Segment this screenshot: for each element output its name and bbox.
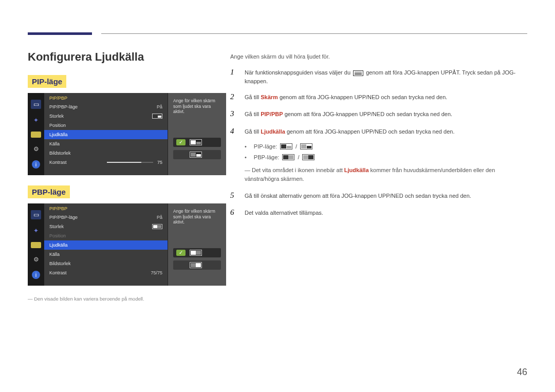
menu-row-mode: PIP/PBP-läge På <box>44 213 168 222</box>
pip-option-sub-icon <box>190 152 202 158</box>
pbp-option-right-icon <box>190 262 202 268</box>
step-number: 5 <box>230 190 237 201</box>
text-frag: Gå till <box>245 128 261 135</box>
text-frag: Gå till <box>245 94 261 100</box>
step-2: 2 Gå till Skärm genom att föra JOG-knapp… <box>230 91 527 103</box>
step-4: 4 Gå till Ljudkälla genom att föra JOG-k… <box>230 125 527 137</box>
text-frag: genom att föra JOG-knappen UPP/NED och s… <box>283 111 453 117</box>
menu-label: Kontrast <box>49 160 67 165</box>
pbp-option-left-icon <box>190 250 202 256</box>
menu-row-kontrast: Kontrast 75/75 <box>44 268 168 277</box>
pbp-variant-b-icon <box>302 154 314 160</box>
icon-legend: PIP-läge: / PBP-läge: / <box>245 142 527 162</box>
text-frag: När funktionsknappsguiden visas väljer d… <box>245 69 352 76</box>
intro-text: Ange vilken skärm du vill höra ljudet fö… <box>230 52 527 61</box>
legend-pbp: PBP-läge: / <box>245 153 527 162</box>
osd-pbp-screenshot: ▭ ✦ ⚙ i PIP/PBP PIP/PBP-läge På Storlek … <box>28 203 226 286</box>
legend-label: PBP-läge: <box>254 153 280 162</box>
monitor-icon: ▭ <box>31 100 41 109</box>
pip-mode-heading: PIP-läge <box>28 75 66 88</box>
menu-row-kalla: Källa <box>44 139 168 148</box>
step-number: 4 <box>230 125 237 137</box>
step-number: 1 <box>230 66 237 78</box>
gear-icon: ⚙ <box>31 144 41 154</box>
preview-option-alt <box>173 150 221 159</box>
left-column: Konfigurera Ljudkälla PIP-läge ▭ ✦ ⚙ i P… <box>28 50 226 302</box>
step-5: 5 Gå till önskat alternativ genom att fö… <box>230 190 527 201</box>
kontrast-value: 75/75 <box>151 270 162 275</box>
menu-label: Position <box>49 233 66 238</box>
pip-variant-b-icon <box>300 143 312 150</box>
tag-icon <box>31 242 41 248</box>
menu-label: Storlek <box>49 114 64 119</box>
menu-label: Källa <box>49 252 60 257</box>
menu-label: PIP/PBP-läge <box>49 104 78 109</box>
step-number: 2 <box>230 91 237 103</box>
text-frag: Det vita området i ikonen innebär att <box>252 167 344 173</box>
model-variation-note: Den visade bilden kan variera beroende p… <box>28 296 226 302</box>
step-6: 6 Det valda alternativet tillämpas. <box>230 207 527 218</box>
menu-row-storlek: Storlek <box>44 111 168 121</box>
nav-cross-icon: ✦ <box>31 226 41 235</box>
menu-label: Ljudkälla <box>49 242 68 248</box>
pbp-variant-a-icon <box>282 154 294 160</box>
menu-label: Ljudkälla <box>49 132 68 137</box>
step-text: När funktionsknappsguiden visas väljer d… <box>245 68 527 86</box>
osd-menu-pbp: PIP/PBP PIP/PBP-läge På Storlek Position… <box>44 203 168 286</box>
emphasis-ljudkalla: Ljudkälla <box>261 128 285 135</box>
menu-label: PIP/PBP-läge <box>49 215 78 220</box>
osd-menu-pip: PIP/PBP PIP/PBP-läge På Storlek Position… <box>44 93 168 175</box>
menu-value: På <box>157 104 162 109</box>
menu-row-bildstorlek: Bildstorlek <box>44 148 168 158</box>
gear-icon: ⚙ <box>31 255 41 264</box>
right-column: Ange vilken skärm du vill höra ljudet fö… <box>230 52 527 224</box>
osd-preview-pbp: Ange för vilken skärm som ljudet ska var… <box>168 203 226 286</box>
menu-row-ljudkalla: Ljudkälla <box>44 240 168 250</box>
step-number: 6 <box>230 207 237 218</box>
pbp-size-icon <box>152 224 162 229</box>
menu-row-storlek: Storlek <box>44 222 168 231</box>
preview-option-selected: ✓ <box>173 248 221 257</box>
emphasis-pippbp: PIP/PBP <box>261 111 283 117</box>
preview-option-alt <box>173 260 221 270</box>
menu-label: Bildstorlek <box>49 261 71 266</box>
osd-sidebar: ▭ ✦ ⚙ i <box>28 93 44 175</box>
menu-glyph-icon <box>353 70 363 76</box>
preview-help-text: Ange för vilken skärm som ljudet ska var… <box>173 209 221 225</box>
menu-row-mode: PIP/PBP-läge På <box>44 102 168 111</box>
menu-label: Bildstorlek <box>49 151 71 156</box>
menu-value: På <box>157 215 162 220</box>
step-1: 1 När funktionsknappsguiden visas väljer… <box>230 66 527 86</box>
menu-label: Storlek <box>49 224 64 229</box>
check-icon: ✓ <box>176 139 186 145</box>
osd-menu-header: PIP/PBP <box>44 203 168 213</box>
emphasis-ljudkalla: Ljudkälla <box>344 167 369 173</box>
check-icon: ✓ <box>176 250 186 256</box>
kontrast-value: 75 <box>157 160 162 165</box>
preview-option-selected: ✓ <box>173 138 221 147</box>
step-text: Gå till Ljudkälla genom att föra JOG-kna… <box>245 127 527 136</box>
info-icon: i <box>32 271 40 279</box>
tag-icon <box>31 132 41 138</box>
legend-pip: PIP-läge: / <box>245 142 527 151</box>
preview-help-text: Ange för vilken skärm som ljudet ska var… <box>173 98 221 115</box>
menu-row-kontrast: Kontrast 75 <box>44 158 168 167</box>
text-frag: Gå till <box>245 111 261 117</box>
menu-row-ljudkalla: Ljudkälla <box>44 130 168 139</box>
page-title: Konfigurera Ljudkälla <box>28 50 226 64</box>
pip-size-icon <box>152 114 162 119</box>
text-frag: genom att föra JOG-knappen UPP/NED och s… <box>278 94 448 100</box>
header-accent-bar <box>28 32 92 35</box>
header-rule <box>101 33 527 34</box>
step-text: Det valda alternativet tillämpas. <box>245 209 527 217</box>
monitor-icon: ▭ <box>31 210 41 219</box>
menu-label: Position <box>49 123 66 128</box>
osd-pip-screenshot: ▭ ✦ ⚙ i PIP/PBP PIP/PBP-läge På Storlek … <box>28 93 226 175</box>
menu-row-position: Position <box>44 121 168 130</box>
info-icon: i <box>32 160 40 169</box>
menu-row-kalla: Källa <box>44 250 168 259</box>
step-text: Gå till PIP/PBP genom att föra JOG-knapp… <box>245 110 527 119</box>
page-number: 46 <box>517 367 527 378</box>
kontrast-slider: 75 <box>107 160 162 165</box>
step-text: Gå till Skärm genom att föra JOG-knappen… <box>245 93 527 102</box>
